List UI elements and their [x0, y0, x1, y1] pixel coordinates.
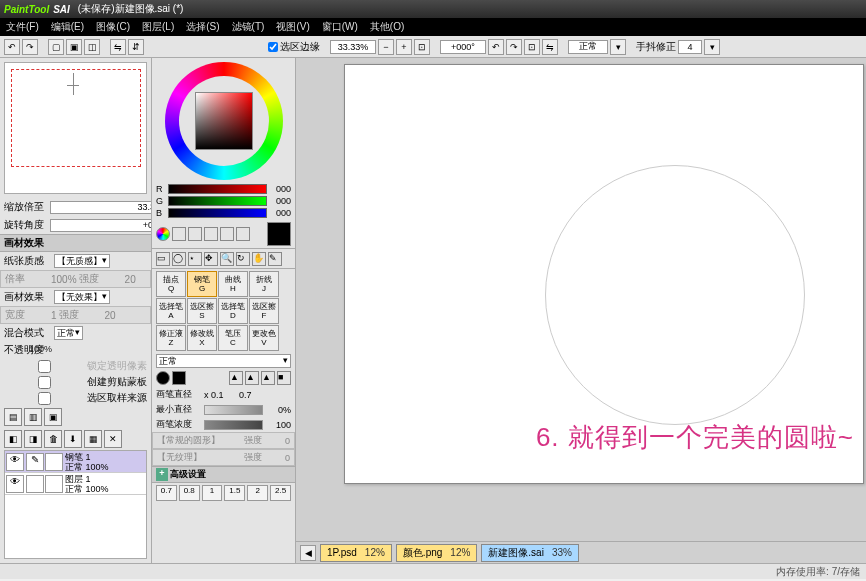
layer-item[interactable]: 👁 ✎ 钢笔 1正常 100% — [5, 451, 146, 473]
scratch-icon[interactable] — [236, 227, 250, 241]
color-wheel[interactable] — [165, 62, 283, 180]
redo-button[interactable]: ↷ — [22, 39, 38, 55]
selection-edge-checkbox[interactable]: 选区边缘 — [268, 40, 320, 54]
zoom-in-button[interactable]: + — [396, 39, 412, 55]
b-slider[interactable] — [168, 208, 267, 218]
size-preset[interactable]: 0.7 — [156, 485, 177, 501]
tool-选区擦[interactable]: 选区擦F — [249, 298, 279, 324]
tool-描点[interactable]: 描点Q — [156, 271, 186, 297]
document-tab[interactable]: 颜色.png12% — [396, 544, 477, 562]
hand-tool[interactable]: ✋ — [252, 252, 266, 266]
blend-dropdown-icon[interactable]: ▾ — [610, 39, 626, 55]
menu-window[interactable]: 窗口(W) — [316, 20, 364, 34]
delete-layer-button[interactable]: 🗑 — [44, 430, 62, 448]
document-tab[interactable]: 1P.psd12% — [320, 544, 392, 562]
new-layer-button[interactable]: ▤ — [4, 408, 22, 426]
zoom-input[interactable] — [330, 40, 376, 54]
menu-image[interactable]: 图像(C) — [90, 20, 136, 34]
menu-edit[interactable]: 编辑(E) — [45, 20, 90, 34]
rotate-input[interactable] — [440, 40, 486, 54]
r-slider[interactable] — [168, 184, 267, 194]
size-preset[interactable]: 1 — [202, 485, 223, 501]
density-slider[interactable] — [204, 420, 263, 430]
zoom-tool[interactable]: 🔍 — [220, 252, 234, 266]
palette-icon[interactable] — [220, 227, 234, 241]
zoom-out-button[interactable]: − — [378, 39, 394, 55]
marquee-invert[interactable]: ▣ — [66, 39, 82, 55]
merge-down-button[interactable]: ⬇ — [64, 430, 82, 448]
clear-layer-button[interactable]: ✕ — [104, 430, 122, 448]
rotate-reset-button[interactable]: ⊡ — [524, 39, 540, 55]
mix-mode-select[interactable]: 正常▾ — [54, 326, 83, 340]
magic-wand-tool[interactable]: ⋆ — [188, 252, 202, 266]
new-folder-button[interactable]: ▣ — [44, 408, 62, 426]
clip-mask-checkbox[interactable] — [4, 376, 85, 389]
min-size-slider[interactable] — [204, 405, 263, 415]
rect-select-tool[interactable]: ▭ — [156, 252, 170, 266]
tool-更改色[interactable]: 更改色V — [249, 325, 279, 351]
tool-选区擦[interactable]: 选区擦S — [187, 298, 217, 324]
rgb-mode-icon[interactable] — [172, 227, 186, 241]
lasso-tool[interactable]: ◯ — [172, 252, 186, 266]
size-preset[interactable]: 2.5 — [270, 485, 291, 501]
mirror-button[interactable]: ⇋ — [542, 39, 558, 55]
rotate-ccw-button[interactable]: ↶ — [488, 39, 504, 55]
layer-item[interactable]: 👁 图层 1正常 100% — [5, 473, 146, 495]
blend-mode-input[interactable] — [568, 40, 608, 54]
tool-钢笔[interactable]: 钢笔G — [187, 271, 217, 297]
nav-rotate-input[interactable] — [50, 219, 152, 232]
advanced-toggle[interactable]: +高级设置 — [152, 466, 295, 483]
flatten-button[interactable]: ▦ — [84, 430, 102, 448]
tip-shape1[interactable]: ▲ — [229, 371, 243, 385]
gray-mode-icon[interactable] — [204, 227, 218, 241]
nav-zoom-input[interactable] — [50, 201, 152, 214]
tool-选择笔[interactable]: 选择笔A — [156, 298, 186, 324]
new-vector-layer-button[interactable]: ▥ — [24, 408, 42, 426]
tool-选择笔[interactable]: 选择笔D — [218, 298, 248, 324]
navigator[interactable] — [4, 62, 147, 194]
rotate-tool[interactable]: ↻ — [236, 252, 250, 266]
g-slider[interactable] — [168, 196, 267, 206]
size-preset[interactable]: 2 — [247, 485, 268, 501]
sample-src-checkbox[interactable] — [4, 392, 85, 405]
tip-round[interactable] — [156, 371, 170, 385]
sv-box[interactable] — [195, 92, 253, 150]
rotate-cw-button[interactable]: ↷ — [506, 39, 522, 55]
tool-笔压[interactable]: 笔压C — [218, 325, 248, 351]
move-tool[interactable]: ✥ — [204, 252, 218, 266]
color-mode-icon[interactable] — [156, 227, 170, 241]
menu-other[interactable]: 其他(O) — [364, 20, 410, 34]
protect-alpha-checkbox[interactable] — [4, 360, 85, 373]
fx-select[interactable]: 【无效果】▾ — [54, 290, 110, 304]
brush-mode-select[interactable]: 正常▾ — [156, 354, 291, 368]
paper-select[interactable]: 【无质感】▾ — [54, 254, 110, 268]
tool-曲线[interactable]: 曲线H — [218, 271, 248, 297]
hsv-mode-icon[interactable] — [188, 227, 202, 241]
undo-button[interactable]: ↶ — [4, 39, 20, 55]
size-preset[interactable]: 0.8 — [179, 485, 200, 501]
stabilize-dropdown-icon[interactable]: ▾ — [704, 39, 720, 55]
apply-mask-button[interactable]: ◨ — [24, 430, 42, 448]
menu-view[interactable]: 视图(V) — [270, 20, 315, 34]
menu-select[interactable]: 选择(S) — [180, 20, 225, 34]
visibility-toggle[interactable]: 👁 — [6, 475, 24, 493]
tool-修正液[interactable]: 修正液Z — [156, 325, 186, 351]
foreground-color[interactable] — [267, 222, 291, 246]
add-mask-button[interactable]: ◧ — [4, 430, 22, 448]
flip-h-button[interactable]: ⇋ — [110, 39, 126, 55]
zoom-reset-button[interactable]: ⊡ — [414, 39, 430, 55]
flip-v-button[interactable]: ⇵ — [128, 39, 144, 55]
stabilize-input[interactable] — [678, 40, 702, 54]
document-tab[interactable]: 新建图像.sai33% — [481, 544, 579, 562]
menu-layer[interactable]: 图层(L) — [136, 20, 180, 34]
menu-file[interactable]: 文件(F) — [0, 20, 45, 34]
tip-flat[interactable] — [172, 371, 186, 385]
tip-shape2[interactable]: ▲ — [245, 371, 259, 385]
tip-shape4[interactable]: ■ — [277, 371, 291, 385]
marquee-deselect[interactable]: ▢ — [48, 39, 64, 55]
size-preset[interactable]: 1.5 — [224, 485, 245, 501]
tab-scroll-left[interactable]: ◀ — [300, 545, 316, 561]
tool-修改线[interactable]: 修改线X — [187, 325, 217, 351]
eyedropper-tool[interactable]: ✎ — [268, 252, 282, 266]
tip-shape3[interactable]: ▲ — [261, 371, 275, 385]
